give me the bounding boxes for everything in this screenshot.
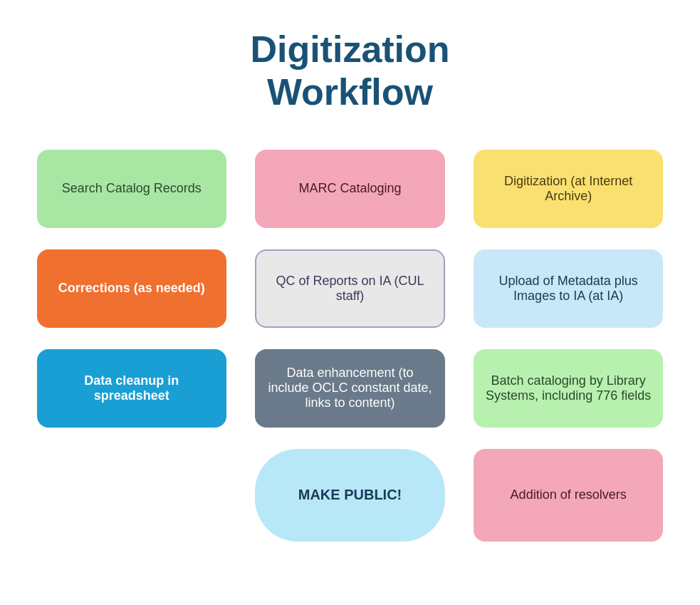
qc-reports-box: QC of Reports on IA (CUL staff) (255, 249, 445, 328)
marc-cataloging-box: MARC Cataloging (255, 150, 445, 228)
make-public-box: MAKE PUBLIC! (255, 449, 445, 542)
digitization-ia-box: Digitization (at Internet Archive) (474, 150, 664, 228)
data-cleanup-box: Data cleanup in spreadsheet (37, 349, 227, 428)
addition-resolvers-box: Addition of resolvers (474, 449, 664, 542)
search-catalog-box: Search Catalog Records (37, 150, 227, 228)
upload-metadata-box: Upload of Metadata plus Images to IA (at… (474, 249, 664, 328)
data-enhancement-box: Data enhancement (to include OCLC consta… (255, 349, 445, 428)
page-title: Digitization Workflow (250, 29, 449, 114)
corrections-box: Corrections (as needed) (37, 249, 227, 328)
batch-cataloging-box: Batch cataloging by Library Systems, inc… (474, 349, 664, 428)
workflow-grid: Search Catalog Records MARC Cataloging D… (30, 143, 671, 549)
